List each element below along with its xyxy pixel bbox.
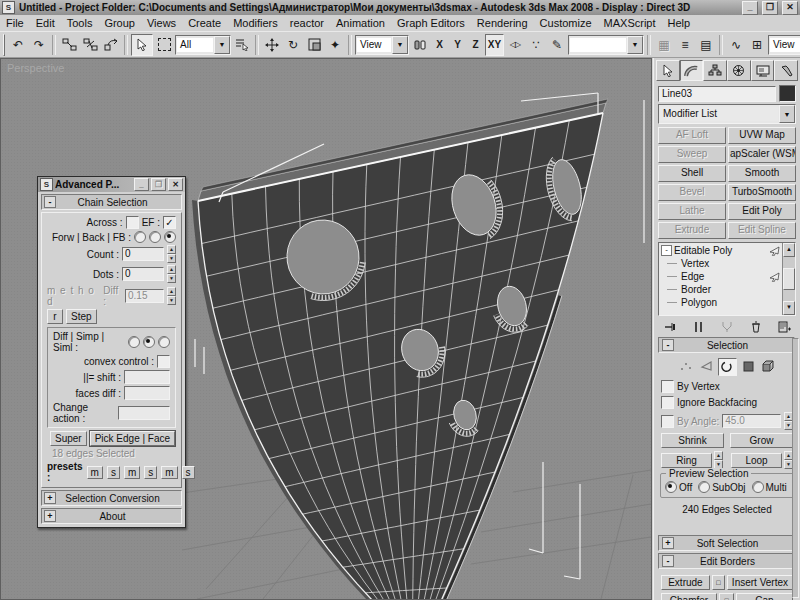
object-color-swatch[interactable] [779, 85, 796, 102]
undo-icon[interactable]: ↶ [8, 35, 28, 55]
insert-vertex-button[interactable]: Insert Vertex [727, 575, 793, 590]
selection-conversion-rollout-header[interactable]: + Selection Conversion [41, 490, 182, 506]
stack-row-polygon[interactable]: Polygon [659, 296, 782, 309]
menu-modifiers[interactable]: Modifiers [227, 16, 284, 30]
scroll-thumb[interactable] [783, 268, 795, 290]
curve-editor-icon[interactable]: ∿ [726, 35, 746, 55]
ef-checkbox[interactable]: ✓ [163, 216, 176, 229]
vertex-subobject-icon[interactable] [678, 358, 695, 374]
loop-button[interactable]: Loop [731, 453, 782, 468]
chevron-down-icon[interactable]: ▼ [392, 36, 408, 54]
axis-z-button[interactable]: Z [467, 35, 484, 55]
select-by-name-icon[interactable] [232, 35, 252, 55]
forward-radio[interactable] [134, 231, 146, 243]
pin-stack-icon[interactable] [662, 319, 678, 334]
expand-icon[interactable]: + [44, 510, 56, 522]
chevron-down-icon[interactable]: ▼ [627, 36, 643, 54]
selection-filter-combo[interactable]: All ▼ [175, 35, 231, 55]
select-and-scale-icon[interactable] [304, 35, 324, 55]
step-button[interactable]: Step [66, 309, 97, 324]
modifier-list-combo[interactable]: Modifier List ▼ [658, 104, 796, 124]
tab-create[interactable] [656, 60, 680, 81]
ring-button[interactable]: Ring [661, 453, 712, 468]
menu-reactor[interactable]: reactor [284, 16, 330, 30]
viewport-label[interactable]: Perspective [7, 62, 64, 74]
dialog-minimize-icon[interactable]: _ [134, 178, 149, 191]
menu-rendering[interactable]: Rendering [471, 16, 534, 30]
chamfer-button[interactable]: Chamfer [661, 593, 717, 600]
count-input[interactable]: 0 [122, 247, 164, 261]
menu-group[interactable]: Group [98, 16, 141, 30]
menu-views[interactable]: Views [141, 16, 182, 30]
soft-selection-rollout-header[interactable]: + Soft Selection [658, 535, 795, 551]
minimize-icon[interactable]: _ [742, 1, 758, 15]
tab-utilities[interactable] [774, 60, 798, 81]
select-and-move-icon[interactable] [262, 35, 282, 55]
fb-radio[interactable] [164, 231, 176, 243]
select-region-icon[interactable] [154, 35, 174, 55]
tree-collapse-icon[interactable]: - [661, 245, 672, 256]
preset-s3-button[interactable]: s [182, 466, 195, 479]
snap-toggle-icon[interactable]: ∵ [526, 35, 546, 55]
count-spinner[interactable]: ▲▼ [167, 245, 176, 263]
selection-rollout-header[interactable]: - Selection [658, 337, 795, 353]
select-and-manipulate-icon[interactable]: ✦ [325, 35, 345, 55]
change-action-input[interactable] [118, 406, 170, 420]
dialog-close-icon[interactable]: ✕ [168, 178, 183, 191]
uvw-map-button[interactable]: UVW Map [728, 127, 796, 144]
dialog-title-bar[interactable]: S Advanced P... _ ❐ ✕ [38, 177, 185, 192]
menu-maxscript[interactable]: MAXScript [598, 16, 662, 30]
siml-radio[interactable] [158, 336, 170, 348]
restore-icon[interactable]: ❐ [762, 1, 778, 15]
chamfer-settings-icon[interactable]: □ [719, 593, 734, 600]
edit-borders-rollout-header[interactable]: - Edit Borders [658, 553, 795, 569]
by-vertex-checkbox[interactable] [661, 380, 674, 393]
show-end-result-icon[interactable] [691, 319, 707, 334]
collapse-icon[interactable]: - [44, 196, 56, 208]
reference-coordinate-combo[interactable]: View ▼ [355, 35, 409, 55]
preview-off-radio[interactable] [665, 481, 677, 493]
preview-subobj-radio[interactable] [698, 481, 710, 493]
super-button[interactable]: Super [50, 431, 87, 446]
menu-file[interactable]: File [0, 16, 30, 30]
tab-modify[interactable] [680, 60, 704, 81]
configure-modifier-sets-icon[interactable] [776, 319, 792, 334]
simp-radio[interactable] [143, 336, 155, 348]
chain-selection-rollout-header[interactable]: - Chain Selection [41, 194, 182, 210]
ring-spinner[interactable]: ▲▼ [714, 451, 723, 469]
shift-input[interactable] [124, 370, 170, 384]
expand-icon[interactable]: + [662, 537, 674, 549]
mirror-icon[interactable]: ◁▷ [505, 35, 525, 55]
diff-radio[interactable] [128, 336, 140, 348]
preset-m3-button[interactable]: m [161, 466, 177, 479]
select-and-rotate-icon[interactable]: ↻ [283, 35, 303, 55]
menu-help[interactable]: Help [662, 16, 697, 30]
extrude-button[interactable]: Extrude [661, 575, 710, 590]
chevron-down-icon[interactable]: ▼ [214, 36, 230, 54]
keyboard-override-icon[interactable]: ✎ [547, 35, 567, 55]
tab-display[interactable] [751, 60, 775, 81]
ignore-backfacing-checkbox[interactable] [661, 396, 674, 409]
align-icon[interactable]: ≡ [675, 35, 695, 55]
about-rollout-header[interactable]: + About [41, 508, 182, 524]
chevron-down-icon[interactable]: ▼ [779, 105, 795, 123]
dots-input[interactable]: 0 [122, 267, 164, 281]
cap-button[interactable]: Cap [736, 593, 793, 600]
stack-row-editable-poly[interactable]: - Editable Poly [659, 244, 782, 257]
preview-multi-radio[interactable] [752, 481, 764, 493]
convex-control-checkbox[interactable] [157, 355, 170, 368]
r-button[interactable]: r [47, 309, 63, 324]
turbosmooth-button[interactable]: TurboSmooth [728, 184, 796, 201]
schematic-view-icon[interactable]: ⊞ [747, 35, 767, 55]
close-icon[interactable]: ✕ [782, 1, 798, 15]
toolbar-drag-handle[interactable] [3, 34, 5, 56]
element-subobject-icon[interactable] [760, 358, 777, 374]
unlink-selection-icon[interactable] [80, 35, 100, 55]
menu-create[interactable]: Create [182, 16, 227, 30]
stack-row-border[interactable]: Border [659, 283, 782, 296]
bind-to-space-warp-icon[interactable] [101, 35, 121, 55]
faces-diff-input[interactable] [124, 386, 170, 400]
scroll-up-icon[interactable]: ▲ [783, 243, 795, 257]
menu-graph-editors[interactable]: Graph Editors [391, 16, 471, 30]
smooth-button[interactable]: Smooth [728, 165, 796, 182]
